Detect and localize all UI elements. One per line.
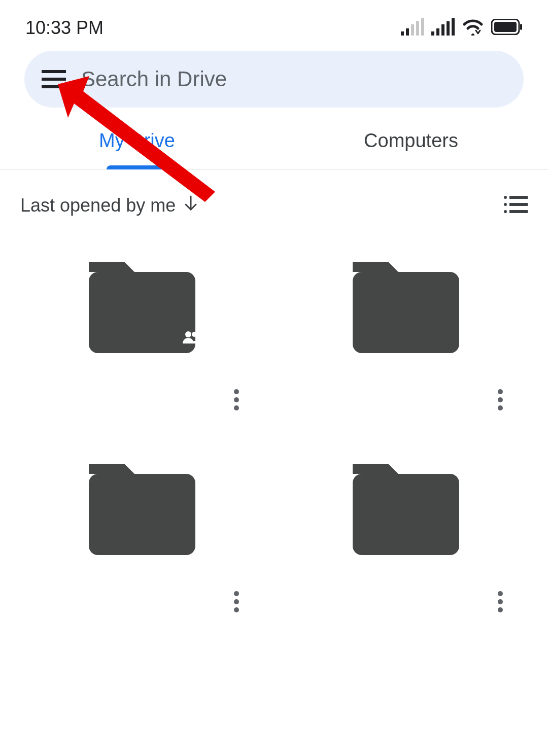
battery-icon (491, 19, 523, 37)
svg-point-39 (498, 599, 503, 604)
svg-rect-5 (431, 31, 434, 36)
svg-point-25 (192, 332, 197, 337)
svg-point-40 (498, 607, 503, 612)
hamburger-menu-icon[interactable] (42, 70, 66, 88)
folder-item[interactable] (20, 257, 264, 413)
svg-rect-14 (42, 78, 66, 81)
more-options-icon[interactable] (233, 389, 239, 413)
svg-point-38 (498, 591, 503, 596)
view-toggle-icon[interactable] (503, 195, 528, 216)
svg-point-26 (234, 389, 239, 394)
folder-icon (284, 459, 528, 575)
signal-icon-1 (401, 18, 424, 38)
folder-grid (0, 247, 548, 625)
svg-rect-33 (89, 474, 195, 555)
svg-point-24 (185, 331, 191, 337)
arrow-down-icon (184, 195, 198, 216)
svg-rect-8 (447, 21, 450, 36)
signal-icon-2 (431, 18, 455, 38)
svg-rect-7 (441, 24, 444, 36)
folder-icon (284, 257, 528, 373)
svg-point-17 (504, 196, 507, 199)
search-container: Search in Drive (0, 46, 548, 113)
svg-rect-9 (452, 18, 455, 36)
sort-button[interactable]: Last opened by me (20, 195, 198, 216)
folder-icon (20, 257, 264, 373)
folder-item[interactable] (284, 459, 528, 615)
tabs: My Drive Computers (0, 113, 548, 169)
svg-rect-22 (509, 210, 528, 213)
folder-item[interactable] (20, 459, 264, 615)
svg-point-21 (504, 210, 507, 213)
wifi-icon (462, 18, 484, 38)
svg-rect-13 (42, 70, 66, 73)
search-placeholder: Search in Drive (81, 67, 227, 91)
tab-computers[interactable]: Computers (274, 113, 548, 169)
folder-item[interactable] (284, 257, 528, 413)
svg-point-36 (234, 607, 239, 612)
svg-rect-3 (416, 21, 419, 36)
svg-point-31 (498, 397, 503, 402)
status-time: 10:33 PM (25, 17, 104, 39)
search-bar[interactable]: Search in Drive (24, 51, 524, 108)
svg-rect-1 (406, 28, 409, 36)
svg-rect-20 (509, 203, 528, 206)
svg-rect-6 (436, 28, 439, 36)
status-icons (401, 18, 523, 38)
tab-my-drive[interactable]: My Drive (0, 113, 274, 169)
svg-rect-4 (421, 18, 424, 36)
sort-label: Last opened by me (20, 195, 176, 216)
svg-rect-11 (494, 22, 517, 32)
more-options-icon[interactable] (497, 389, 503, 413)
svg-point-27 (234, 397, 239, 402)
svg-rect-18 (509, 196, 528, 199)
more-options-icon[interactable] (233, 591, 239, 615)
folder-icon (20, 459, 264, 575)
tab-my-drive-label: My Drive (99, 130, 175, 152)
svg-rect-15 (42, 85, 66, 88)
svg-rect-2 (411, 24, 414, 36)
svg-rect-12 (520, 24, 522, 30)
more-options-icon[interactable] (497, 591, 503, 615)
svg-rect-29 (353, 272, 459, 353)
svg-rect-0 (401, 31, 404, 36)
svg-rect-37 (353, 474, 459, 555)
svg-point-32 (498, 405, 503, 410)
shared-icon (182, 330, 200, 346)
svg-point-30 (498, 389, 503, 394)
tab-computers-label: Computers (364, 130, 458, 152)
svg-point-35 (234, 599, 239, 604)
sort-row: Last opened by me (0, 169, 548, 226)
svg-point-34 (234, 591, 239, 596)
svg-point-28 (234, 405, 239, 410)
svg-point-19 (504, 203, 507, 206)
svg-rect-23 (89, 272, 195, 353)
status-bar: 10:33 PM (0, 0, 548, 46)
